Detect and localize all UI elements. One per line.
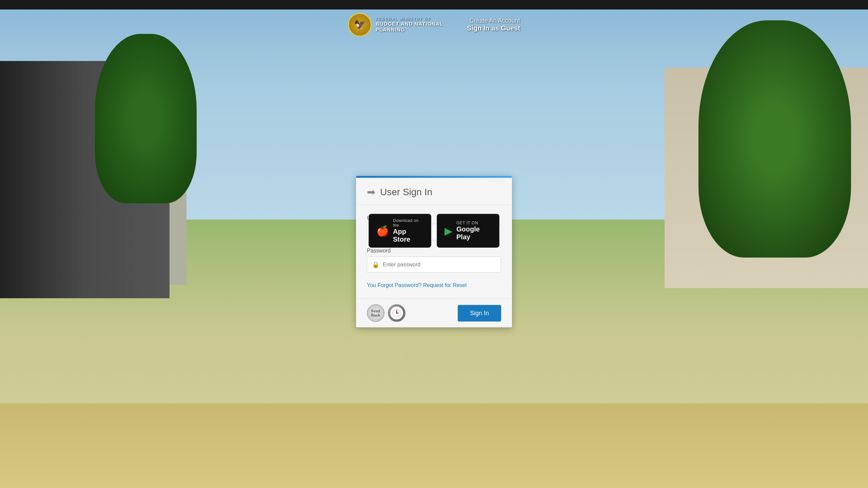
google-play-line1: GET IT ON [456,221,492,225]
footer-icons: FeedBack [367,304,406,322]
password-label: Password [367,248,501,254]
header-links: Create An Account Sign In as Guest [467,17,520,32]
forgot-password-link[interactable]: You Forgot Password? Request for Reset [367,282,467,288]
apple-icon: 🍎 [376,225,389,237]
password-input[interactable] [383,262,496,268]
ministry-line3: PLANNING [376,27,443,33]
app-buttons: 🍎 Download on the App Store ▶ GET IT ON … [369,214,499,248]
timer-svg [392,308,401,318]
header-nav: 🦅 FEDERAL MINISTRY OF BUDGET AND NATIONA… [0,9,868,40]
ministry-line2: BUDGET AND NATIONAL [376,21,443,27]
sign-in-guest-link[interactable]: Sign In as Guest [467,24,520,32]
logo-area: 🦅 FEDERAL MINISTRY OF BUDGET AND NATIONA… [348,13,443,37]
feedback-label: FeedBack [371,309,380,317]
logo-emblem: 🦅 [348,13,372,37]
lock-icon: 🔒 [372,261,379,268]
create-account-link[interactable]: Create An Account [467,17,520,24]
top-bar [0,0,868,9]
timer-button[interactable] [388,304,406,322]
app-store-text: Download on the App Store [393,218,423,243]
password-group: Password 🔒 [367,248,501,273]
svg-point-3 [396,312,397,314]
google-play-text: GET IT ON Google Play [456,221,492,241]
app-store-button[interactable]: 🍎 Download on the App Store [369,214,431,248]
timer-inner [390,307,403,320]
page-title: User Sign In [380,186,432,197]
card-footer: FeedBack Sign In [356,299,512,327]
card-title: ➡ User Sign In [367,186,501,198]
sign-in-button[interactable]: Sign In [458,305,501,321]
login-card: ➡ User Sign In Username 👤 Password 🔒 You… [356,176,512,327]
app-store-line2: App Store [393,228,423,243]
login-card-container: ➡ User Sign In Username 👤 Password 🔒 You… [356,176,512,327]
feedback-button[interactable]: FeedBack [367,304,384,322]
logo-text: FEDERAL MINISTRY OF BUDGET AND NATIONAL … [376,17,443,33]
app-store-line1: Download on the [393,218,423,228]
password-input-wrapper[interactable]: 🔒 [367,257,501,273]
ministry-line1: FEDERAL MINISTRY OF [376,17,443,21]
google-play-button[interactable]: ▶ GET IT ON Google Play [437,214,499,248]
card-header: ➡ User Sign In [356,178,512,205]
google-play-line2: Google Play [456,225,492,241]
play-icon: ▶ [445,225,452,237]
sign-in-icon: ➡ [367,186,375,198]
